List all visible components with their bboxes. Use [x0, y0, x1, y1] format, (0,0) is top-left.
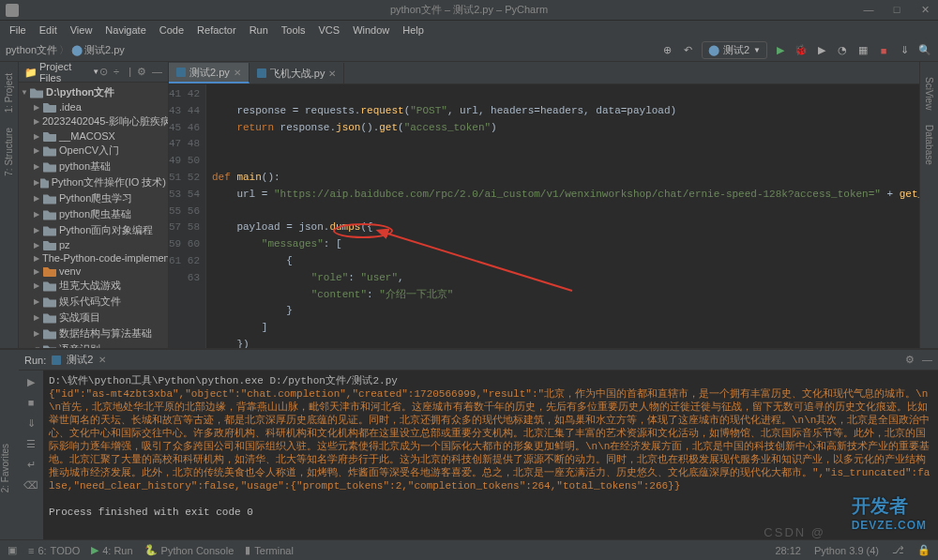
tree-item[interactable]: ▶.idea: [19, 100, 168, 114]
tree-item[interactable]: ▶娱乐代码文件: [19, 294, 168, 310]
play-icon: ▶: [91, 544, 98, 556]
stop-button[interactable]: ■: [23, 395, 38, 410]
todo-icon: ≡: [28, 545, 34, 556]
tab-label: 测试2.py: [189, 66, 230, 80]
lock-icon[interactable]: 🔒: [917, 544, 930, 556]
python-interpreter[interactable]: Python 3.9 (4): [814, 545, 879, 556]
breadcrumb-file[interactable]: 测试2.py: [84, 43, 125, 57]
print-icon[interactable]: ☰: [23, 436, 38, 451]
menu-window[interactable]: Window: [347, 23, 395, 37]
git-branch-icon[interactable]: ⎇: [892, 544, 904, 556]
tree-item[interactable]: ▶venv: [19, 265, 168, 278]
chevron-down-icon: ▼: [753, 46, 761, 54]
run-button[interactable]: ▶: [773, 43, 788, 58]
tree-item[interactable]: ▶pz: [19, 238, 168, 251]
tree-root[interactable]: ▼D:\python文件: [19, 84, 168, 100]
run-tab-label[interactable]: 测试2: [67, 353, 93, 367]
project-panel-title[interactable]: Project Files: [39, 62, 88, 83]
project-tree[interactable]: ▼D:\python文件▶.idea▶20232402045-影响心脏疾病诊断因…: [19, 83, 168, 348]
tree-item[interactable]: ▶The-Python-code-implements-aircraft: [19, 251, 168, 265]
run-tool-button[interactable]: ▶4: Run: [91, 544, 132, 556]
run-config-selector[interactable]: ⬤ 测试2 ▼: [702, 41, 767, 59]
hide-icon[interactable]: —: [922, 354, 932, 366]
chevron-down-icon[interactable]: ▼: [92, 68, 99, 76]
menu-file[interactable]: File: [4, 23, 32, 37]
favorites-tool-button[interactable]: 2: Favorites: [0, 444, 10, 492]
todo-button[interactable]: ≡ 6:TODO: [28, 545, 80, 556]
vcs-update-icon[interactable]: ⇓: [897, 43, 912, 58]
wrap-icon[interactable]: ↵: [23, 457, 38, 472]
menu-navigate[interactable]: Navigate: [99, 23, 151, 37]
tree-item[interactable]: ▶python基础: [19, 159, 168, 174]
tree-item[interactable]: ▶OpenCV入门: [19, 143, 168, 159]
hide-icon[interactable]: —: [152, 66, 162, 78]
tree-item[interactable]: ▶Python爬虫学习: [19, 190, 168, 206]
menu-bar: File Edit View Navigate Code Refactor Ru…: [0, 21, 938, 39]
editor-tabs: 测试2.py ✕ 飞机大战.py ✕: [169, 62, 919, 84]
breadcrumb-root[interactable]: python文件: [6, 43, 57, 57]
close-icon[interactable]: ✕: [328, 68, 336, 79]
debug-button[interactable]: 🐞: [794, 43, 809, 58]
menu-view[interactable]: View: [65, 23, 98, 37]
tree-item[interactable]: ▶数据结构与算法基础: [19, 325, 168, 341]
menu-run[interactable]: Run: [244, 23, 274, 37]
editor-body[interactable]: 41 42 43 44 45 46 47 48 49 50 51 52 53 5…: [169, 84, 919, 348]
menu-help[interactable]: Help: [397, 23, 430, 37]
stop-button[interactable]: ■: [876, 43, 891, 58]
menu-refactor[interactable]: Refactor: [191, 23, 242, 37]
python-icon: [52, 356, 61, 365]
structure-tool-button[interactable]: 7: Structure: [4, 128, 14, 176]
menu-tools[interactable]: Tools: [276, 23, 311, 37]
code-area[interactable]: response = requests.request("POST", url,…: [206, 84, 919, 348]
close-icon[interactable]: ✕: [234, 68, 241, 78]
tree-item[interactable]: ▶坦克大战游戏: [19, 278, 168, 294]
scroll-bottom-icon[interactable]: ⇓: [23, 416, 38, 431]
folder-icon: 📁: [24, 67, 36, 78]
menu-code[interactable]: Code: [154, 23, 189, 37]
python-console-button[interactable]: 🐍Python Console: [144, 544, 234, 556]
expand-icon[interactable]: ÷: [113, 66, 119, 78]
menu-edit[interactable]: Edit: [34, 23, 63, 37]
tree-item[interactable]: ▶Python面向对象编程: [19, 222, 168, 238]
tree-item[interactable]: ▶20232402045-影响心脏疾病诊断因素-源码: [19, 114, 168, 129]
run-command-line: D:\软件\python工具\Python\python.exe D:/pyth…: [49, 374, 932, 387]
database-tool-button[interactable]: Database: [924, 125, 934, 165]
tab-file-1[interactable]: 测试2.py ✕: [169, 63, 250, 83]
tool-window-toggle-icon[interactable]: ▣: [8, 544, 17, 556]
run-label: Run:: [24, 355, 46, 366]
console-icon: 🐍: [144, 544, 158, 556]
project-tool-button[interactable]: 1: Project: [4, 73, 14, 113]
tree-item[interactable]: ▶实战项目: [19, 310, 168, 325]
run-output[interactable]: D:\软件\python工具\Python\python.exe D:/pyth…: [43, 371, 938, 539]
tab-file-2[interactable]: 飞机大战.py ✕: [250, 63, 345, 83]
profile-button[interactable]: ◔: [835, 43, 850, 58]
maximize-button[interactable]: □: [887, 4, 906, 16]
breadcrumb: python文件 〉 ⬤ 测试2.py: [6, 43, 125, 57]
minimize-button[interactable]: —: [859, 4, 878, 16]
tree-item[interactable]: ▶Python文件操作(IO 技术): [19, 174, 168, 190]
tree-item[interactable]: ▼语音识别: [19, 341, 168, 348]
collapse-icon[interactable]: ⊙: [99, 66, 108, 78]
concurrency-button[interactable]: ▦: [855, 43, 870, 58]
line-gutter: 41 42 43 44 45 46 47 48 49 50 51 52 53 5…: [169, 84, 206, 348]
sciview-tool-button[interactable]: SciView: [924, 77, 934, 110]
tree-item[interactable]: ▶__MACOSX: [19, 129, 168, 143]
coverage-button[interactable]: ▶: [814, 43, 829, 58]
close-icon[interactable]: ✕: [98, 355, 106, 365]
run-exit-message: Process finished with exit code 0: [49, 506, 932, 519]
menu-vcs[interactable]: VCS: [313, 23, 346, 37]
tree-item[interactable]: ▶python爬虫基础: [19, 206, 168, 222]
clear-icon[interactable]: ⌫: [23, 477, 38, 492]
search-icon[interactable]: 🔍: [917, 43, 932, 58]
gear-icon[interactable]: ⚙: [137, 66, 146, 78]
gear-icon[interactable]: ⚙: [905, 354, 915, 366]
nav-back-icon[interactable]: ↶: [681, 43, 696, 58]
terminal-button[interactable]: ▮Terminal: [245, 544, 294, 556]
app-icon: [6, 4, 19, 17]
window-title: python文件 – 测试2.py – PyCharm: [390, 3, 548, 17]
project-panel: 📁 Project Files ▼ ⊙ ÷ | ⚙ — ▼D:\python文件…: [19, 62, 169, 348]
close-button[interactable]: ✕: [915, 4, 934, 16]
rerun-button[interactable]: ▶: [23, 374, 38, 389]
cursor-position[interactable]: 28:12: [775, 545, 801, 556]
add-config-icon[interactable]: ⊕: [660, 43, 675, 58]
